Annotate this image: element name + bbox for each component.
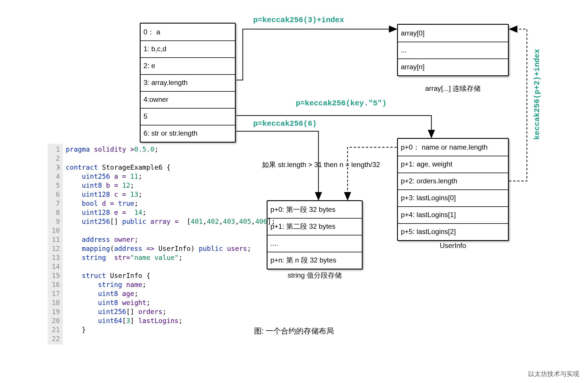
userinfo-cell: p+3: lastLogins[0]	[398, 189, 508, 206]
userinfo-cell: p+4: lastLogins[1]	[398, 206, 508, 223]
slot-box: 0： a 1: b,c,d 2: e 3: array.length 4:own…	[140, 23, 236, 143]
slot-cell: 4:owner	[141, 91, 235, 108]
slot-cell: 6: str or str.length	[141, 125, 235, 142]
array-cell: array[n]	[398, 58, 508, 75]
userinfo-cell: p+2: orders.length	[398, 173, 508, 189]
string-box: p+0: 第一段 32 bytes p+1: 第二段 32 bytes ....…	[267, 200, 363, 269]
userinfo-caption: UserInfo	[397, 242, 509, 250]
userinfo-cell: p+1: age, weight	[398, 156, 508, 173]
code-gutter: 123▾456789101112131415▾16171819202122	[48, 144, 63, 345]
array-cell: array[0]	[398, 25, 508, 42]
slot-cell: 5	[141, 108, 235, 125]
formula-array: p=keccak256(3)+index	[253, 16, 344, 24]
slot-cell: 0： a	[141, 24, 235, 40]
string-cell: p+1: 第二段 32 bytes	[268, 218, 362, 235]
userinfo-box: p+0： name or name.length p+1: age, weigh…	[397, 138, 509, 241]
formula-map: p=keccak256(key."5")	[296, 99, 387, 108]
userinfo-cell: p+5: lastLogins[2]	[398, 223, 508, 240]
string-cell: p+n: 第 n 段 32 bytes	[268, 252, 362, 269]
string-caption: string 值分段存储	[267, 271, 363, 280]
slot-cell: 1: b,c,d	[141, 40, 235, 57]
slot-cell: 2: e	[141, 57, 235, 74]
string-cell: ....	[268, 235, 362, 252]
string-condition-note: 如果 str.length > 31 then n = length/32	[262, 160, 380, 169]
formula-str: p=keccak256(6)	[253, 119, 317, 128]
code-block: 123▾456789101112131415▾16171819202122 pr…	[48, 144, 254, 345]
slot-cell: 3: array.length	[141, 74, 235, 91]
footer-credit: 以太坊技术与实现	[528, 370, 579, 378]
code-body: pragma solidity >0.5.0; contract Storage…	[63, 144, 278, 345]
formula-orders: keccak256(p+2)+index	[533, 49, 541, 140]
string-cell: p+0: 第一段 32 bytes	[268, 201, 362, 218]
array-cell: ...	[398, 42, 508, 58]
array-caption: array[...] 连续存储	[397, 84, 509, 93]
array-box: array[0] ... array[n]	[397, 24, 509, 76]
userinfo-cell: p+0： name or name.length	[398, 139, 508, 156]
